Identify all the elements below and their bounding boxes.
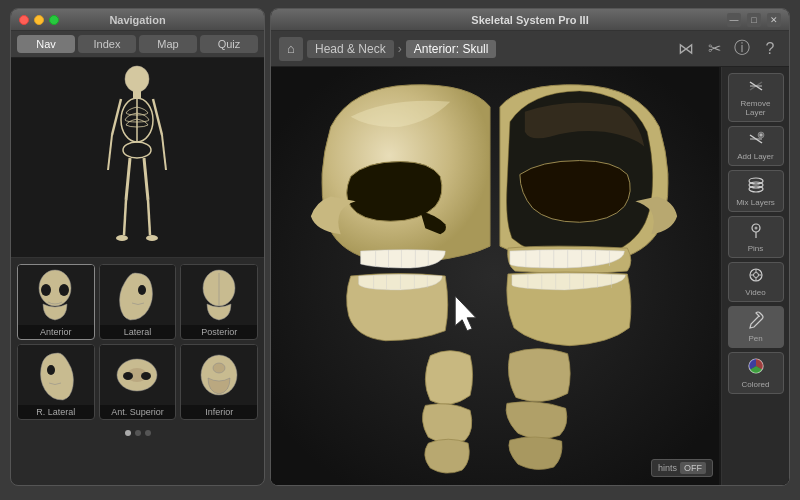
- pen-label: Pen: [748, 334, 762, 343]
- add-layer-label: Add Layer: [737, 152, 773, 161]
- video-icon: [746, 267, 766, 286]
- tab-nav[interactable]: Nav: [17, 35, 75, 53]
- hints-value: OFF: [680, 462, 706, 474]
- svg-point-21: [47, 365, 55, 375]
- svg-point-67: [754, 227, 757, 230]
- thumb-anterior[interactable]: Anterior: [17, 264, 95, 340]
- thumb-ant-superior[interactable]: Ant. Superior: [99, 344, 177, 420]
- svg-point-16: [41, 284, 51, 296]
- add-layer-icon: [746, 131, 766, 150]
- thumb-inferior[interactable]: Inferior: [180, 344, 258, 420]
- main-window-title: Skeletal System Pro III: [471, 14, 588, 26]
- window-controls: — □ ✕: [727, 13, 781, 27]
- thumbnail-grid: Anterior Lateral Posterior: [11, 258, 264, 426]
- svg-line-4: [112, 99, 121, 135]
- mix-layers-button[interactable]: Mix Layers: [728, 170, 784, 212]
- pen-button[interactable]: Pen: [728, 306, 784, 348]
- tab-index[interactable]: Index: [78, 35, 136, 53]
- home-icon: ⌂: [287, 41, 295, 56]
- minimize-main[interactable]: —: [727, 13, 741, 27]
- tab-quiz[interactable]: Quiz: [200, 35, 258, 53]
- dot-1[interactable]: [125, 430, 131, 436]
- toolbar-icons: ⋈ ✂ ⓘ ?: [675, 38, 781, 60]
- remove-layer-label: Remove Layer: [731, 99, 781, 117]
- breadcrumb: Head & Neck › Anterior: Skull: [307, 40, 496, 58]
- breadcrumb-section[interactable]: Head & Neck: [307, 40, 394, 58]
- main-titlebar: Skeletal System Pro III — □ ✕: [271, 9, 789, 31]
- minimize-button[interactable]: [34, 15, 44, 25]
- thumb-lateral[interactable]: Lateral: [99, 264, 177, 340]
- nav-tabs: Nav Index Map Quiz: [11, 31, 264, 58]
- svg-point-18: [138, 285, 146, 295]
- thumb-r-lateral-label: R. Lateral: [36, 405, 75, 419]
- thumb-inferior-label: Inferior: [205, 405, 233, 419]
- svg-point-25: [141, 372, 151, 380]
- right-toolbar: Remove Layer Add Layer: [721, 67, 789, 485]
- content-area: Remove Layer Add Layer: [271, 67, 789, 485]
- skull-view[interactable]: [271, 67, 719, 485]
- svg-point-65: [749, 186, 763, 192]
- nav-panel-title: Navigation: [109, 14, 165, 26]
- mix-layers-label: Mix Layers: [736, 198, 775, 207]
- svg-point-17: [59, 284, 69, 296]
- skeleton-full-body: [100, 65, 175, 250]
- close-button[interactable]: [19, 15, 29, 25]
- close-main[interactable]: ✕: [767, 13, 781, 27]
- colored-icon: [747, 357, 765, 378]
- toolbar: ⌂ Head & Neck › Anterior: Skull ⋈ ✂ ⓘ ?: [271, 31, 789, 67]
- dot-2[interactable]: [135, 430, 141, 436]
- svg-point-70: [753, 273, 758, 278]
- thumb-r-lateral[interactable]: R. Lateral: [17, 344, 95, 420]
- pen-icon: [748, 311, 764, 332]
- hints-text: hints: [658, 463, 677, 473]
- svg-point-8: [123, 142, 151, 158]
- breadcrumb-current: Anterior: Skull: [406, 40, 497, 58]
- colored-button[interactable]: Colored: [728, 352, 784, 394]
- pins-button[interactable]: Pins: [728, 216, 784, 258]
- svg-point-27: [213, 363, 225, 373]
- skull-svg: [271, 67, 719, 485]
- svg-line-5: [108, 135, 112, 170]
- thumb-lateral-label: Lateral: [124, 325, 152, 339]
- svg-line-11: [144, 158, 148, 200]
- help-icon[interactable]: ?: [759, 38, 781, 60]
- svg-line-9: [126, 158, 130, 200]
- thumb-ant-superior-label: Ant. Superior: [111, 405, 164, 419]
- add-layer-button[interactable]: Add Layer: [728, 126, 784, 166]
- pins-label: Pins: [748, 244, 764, 253]
- tab-map[interactable]: Map: [139, 35, 197, 53]
- traffic-lights: [19, 15, 59, 25]
- pins-icon: [747, 221, 765, 242]
- svg-point-13: [116, 235, 128, 241]
- svg-line-10: [124, 200, 126, 235]
- main-window: Skeletal System Pro III — □ ✕ ⌂ Head & N…: [270, 8, 790, 486]
- info-icon[interactable]: ⓘ: [731, 38, 753, 60]
- svg-point-0: [125, 66, 149, 92]
- page-dots: [11, 426, 264, 440]
- thumb-posterior[interactable]: Posterior: [180, 264, 258, 340]
- thumb-anterior-label: Anterior: [40, 325, 72, 339]
- svg-point-24: [123, 372, 133, 380]
- breadcrumb-separator: ›: [398, 42, 402, 56]
- home-button[interactable]: ⌂: [279, 37, 303, 61]
- share-icon[interactable]: ⋈: [675, 38, 697, 60]
- video-label: Video: [745, 288, 765, 297]
- remove-layer-button[interactable]: Remove Layer: [728, 73, 784, 122]
- maximize-button[interactable]: [49, 15, 59, 25]
- dot-3[interactable]: [145, 430, 151, 436]
- nav-panel: Navigation Nav Index Map Quiz: [10, 8, 265, 486]
- svg-line-7: [162, 135, 166, 170]
- resize-main[interactable]: □: [747, 13, 761, 27]
- skeleton-main-view[interactable]: [11, 58, 264, 258]
- remove-layer-icon: [746, 78, 766, 97]
- hints-toggle[interactable]: hints OFF: [651, 459, 713, 477]
- thumb-posterior-label: Posterior: [201, 325, 237, 339]
- colored-label: Colored: [741, 380, 769, 389]
- svg-line-12: [148, 200, 150, 235]
- nav-titlebar: Navigation: [11, 9, 264, 31]
- mix-layers-icon: [746, 175, 766, 196]
- tools-icon[interactable]: ✂: [703, 38, 725, 60]
- svg-point-14: [146, 235, 158, 241]
- video-button[interactable]: Video: [728, 262, 784, 302]
- svg-line-6: [153, 99, 162, 135]
